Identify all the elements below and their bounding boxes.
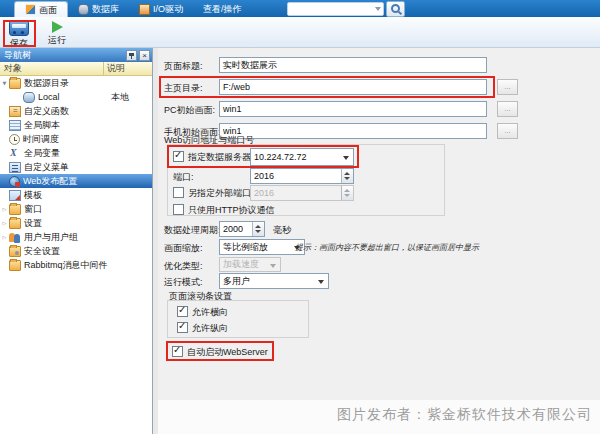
sidebar-item-label: 全局脚本 [24, 119, 60, 132]
pin-icon[interactable] [126, 50, 137, 61]
users-icon [9, 232, 21, 243]
pc-init-browse-button[interactable]: ... [497, 101, 518, 117]
tab-screen[interactable]: 画面 [14, 1, 68, 17]
external-port-checkbox[interactable] [173, 187, 184, 198]
port-label: 端口: [173, 171, 194, 184]
server-ip-label: 指定数据服务器IP [188, 151, 260, 164]
sidebar-item-global-variables[interactable]: 全局变量 [0, 146, 152, 160]
home-dir-input[interactable] [219, 79, 487, 95]
sidebar-item-security-settings[interactable]: 安全设置 [0, 244, 152, 258]
run-mode-combo[interactable]: 多用户 [219, 273, 329, 289]
mobile-init-browse-button[interactable]: ... [497, 123, 518, 139]
data-cycle-unit: 毫秒 [273, 224, 291, 237]
optimize-type-value: 加载速度 [223, 259, 259, 269]
port-stepper[interactable] [250, 168, 354, 184]
script-icon [9, 120, 21, 131]
chevron-down-icon[interactable] [375, 7, 381, 11]
tab-label: 数据库 [92, 1, 119, 17]
mobile-init-screen-input[interactable] [219, 123, 487, 139]
sidebar-item-custom-functions[interactable]: 自定义函数 [0, 104, 152, 118]
sidebar-item-global-scripts[interactable]: 全局脚本 [0, 118, 152, 132]
close-icon[interactable]: × [139, 50, 150, 61]
sidebar-item-data-source-dir[interactable]: ▼数据源目录 [0, 76, 152, 90]
tab-label: 画面 [39, 2, 57, 18]
tree-expand-icon[interactable]: ▷ [0, 206, 9, 212]
sidebar-item-custom-menu[interactable]: 自定义菜单 [0, 160, 152, 174]
allow-horizontal-label: 允许横向 [192, 306, 228, 319]
sidebar-item-template[interactable]: 模板 [0, 188, 152, 202]
pc-init-screen-input[interactable] [219, 101, 487, 117]
tab-io-driver[interactable]: I/O驱动 [129, 1, 193, 17]
sidebar-item-label: 数据源目录 [24, 77, 69, 90]
server-ip-checkbox[interactable] [173, 151, 184, 162]
http-only-checkbox[interactable] [173, 204, 184, 215]
sidebar-item-settings[interactable]: ▷设置 [0, 216, 152, 230]
template-icon [9, 190, 21, 201]
save-icon [9, 20, 29, 36]
sidebar-item-label: 时间调度 [23, 133, 59, 146]
web-publish-config-panel: 页面标题: 主页目录: ... PC初始画面: ... 手机初始画面: ... … [158, 48, 600, 434]
toolbar: 保存 运行 [0, 17, 600, 48]
sidebar-item-label: 设置 [24, 217, 42, 230]
port-input[interactable] [251, 169, 353, 183]
data-cycle-stepper[interactable] [219, 221, 265, 237]
allow-vertical-checkbox[interactable] [177, 322, 188, 333]
server-ip-combo[interactable]: 10.224.72.72 [250, 148, 354, 166]
screen-tab-icon [25, 4, 36, 15]
sidebar-item-label: 窗口 [24, 203, 42, 216]
folder-data-icon [9, 78, 21, 89]
tab-database[interactable]: 数据库 [68, 1, 129, 17]
ribbon-search-combo[interactable] [287, 2, 384, 16]
folder-icon [9, 218, 21, 229]
pc-init-screen-label: PC初始画面: [164, 104, 215, 117]
security-icon [9, 246, 21, 257]
run-icon [52, 21, 63, 33]
sidebar-item-label: 模板 [24, 189, 42, 202]
io-driver-tab-icon [139, 4, 150, 15]
menu-icon [9, 162, 21, 173]
search-button[interactable] [386, 1, 405, 17]
app-window: { "ribbon": { "tabs": [ {"id":"screen","… [0, 0, 600, 434]
tree-expand-icon[interactable]: ▷ [0, 234, 9, 240]
optimize-type-combo: 加载速度 [219, 257, 281, 272]
variable-icon [9, 148, 21, 159]
screen-zoom-value: 等比例缩放 [223, 242, 268, 252]
navigation-panel-header: 导航树 × [0, 48, 152, 62]
auto-start-webserver-checkbox[interactable] [172, 346, 183, 357]
sidebar-item-web-publish-config[interactable]: Web发布配置 [0, 174, 152, 188]
screen-zoom-hint: 提示：画面内容不要超出窗口，以保证画面居中显示 [295, 242, 479, 253]
server-ip-value: 10.224.72.72 [254, 152, 307, 162]
sidebar-item-users-groups[interactable]: ▷用户与用户组 [0, 230, 152, 244]
sidebar-item-desc: 本地 [111, 91, 129, 104]
tree-expand-icon[interactable]: ▼ [0, 80, 9, 86]
page-title-input[interactable] [219, 57, 487, 73]
allow-horizontal-checkbox[interactable] [177, 306, 188, 317]
navigation-panel: 导航树 × 对象 说明 ▼数据源目录Local本地自定义函数全局脚本时间调度全局… [0, 48, 153, 434]
run-button[interactable]: 运行 [40, 19, 74, 47]
chevron-down-icon [318, 280, 324, 284]
home-dir-browse-button[interactable]: ... [497, 79, 518, 95]
screen-zoom-combo[interactable]: 等比例缩放 [219, 239, 305, 255]
save-button[interactable]: 保存 [2, 19, 36, 50]
sidebar-item-time-schedule[interactable]: 时间调度 [0, 132, 152, 146]
spinner-arrows-icon[interactable] [252, 222, 264, 236]
sidebar-item-local[interactable]: Local本地 [0, 90, 152, 104]
sidebar-item-rabbitmq[interactable]: Rabbitmq消息中间件 [0, 258, 152, 272]
chevron-down-icon [270, 264, 276, 268]
search-icon [391, 4, 400, 13]
tab-label: I/O驱动 [153, 1, 183, 17]
screen-zoom-label: 画面缩放: [164, 242, 203, 255]
spinner-arrows-icon[interactable] [341, 169, 353, 183]
sidebar-item-label: 自定义函数 [24, 105, 69, 118]
tree-expand-icon[interactable]: ▷ [0, 220, 9, 226]
sidebar-item-window[interactable]: ▷窗口 [0, 202, 152, 216]
tree-column-header: 对象 说明 [0, 62, 152, 76]
navigation-panel-title: 导航树 [4, 49, 124, 62]
tab-view-operate[interactable]: 查看/操作 [193, 1, 252, 17]
sidebar-item-label: 用户与用户组 [24, 231, 78, 244]
optimize-type-label: 优化类型: [164, 260, 203, 273]
run-mode-label: 运行模式: [164, 276, 203, 289]
auto-start-webserver-label: 自动启动WebServer [187, 346, 268, 359]
folder-icon [9, 260, 21, 271]
chevron-down-icon [343, 156, 349, 160]
